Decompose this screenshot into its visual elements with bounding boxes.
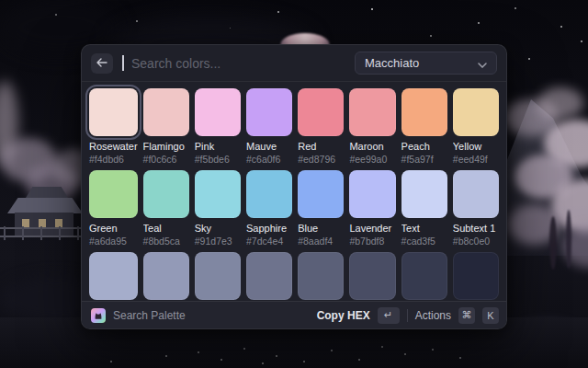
swatch-cell[interactable]: Sapphire #7dc4e4 bbox=[246, 170, 292, 247]
flavor-dropdown-value: Macchiato bbox=[365, 56, 419, 70]
color-name: Peach bbox=[401, 141, 447, 152]
color-name: Sky bbox=[195, 223, 241, 234]
color-swatch[interactable] bbox=[453, 170, 499, 218]
color-swatch[interactable] bbox=[246, 88, 292, 136]
color-swatch[interactable] bbox=[298, 88, 344, 136]
color-hex: #ed8796 bbox=[298, 154, 344, 165]
color-swatch[interactable] bbox=[143, 252, 189, 300]
color-swatch[interactable] bbox=[298, 252, 344, 300]
fence-post bbox=[77, 226, 79, 240]
swatch-cell[interactable]: Subtext 0 bbox=[89, 252, 138, 301]
star bbox=[581, 40, 582, 42]
color-swatch[interactable] bbox=[246, 170, 292, 218]
swatch-cell[interactable]: Sky #91d7e3 bbox=[195, 170, 241, 247]
color-swatch[interactable] bbox=[349, 170, 395, 218]
flower-fleck bbox=[276, 355, 277, 357]
color-swatch[interactable] bbox=[89, 170, 138, 218]
color-hex: #c6a0f6 bbox=[246, 154, 292, 165]
color-hex: #8bd5ca bbox=[143, 236, 189, 247]
color-swatch[interactable] bbox=[89, 88, 138, 136]
swatch-cell[interactable]: Base bbox=[453, 252, 499, 301]
swatch-cell[interactable]: Pink #f5bde6 bbox=[195, 88, 241, 165]
color-hex: #cad3f5 bbox=[401, 236, 447, 247]
search-input[interactable] bbox=[131, 56, 347, 71]
swatch-cell[interactable]: Maroon #ee99a0 bbox=[349, 88, 395, 165]
swatch-cell[interactable]: Yellow #eed49f bbox=[453, 88, 499, 165]
color-swatch[interactable] bbox=[246, 252, 292, 300]
swatch-cell[interactable]: Green #a6da95 bbox=[89, 170, 138, 247]
color-hex: #f0c6c6 bbox=[143, 154, 189, 165]
fence-post bbox=[59, 226, 61, 240]
star bbox=[371, 8, 373, 10]
color-swatch[interactable] bbox=[143, 88, 189, 136]
k-key-icon: K bbox=[482, 307, 499, 324]
color-swatch[interactable] bbox=[89, 252, 138, 300]
color-swatch[interactable] bbox=[401, 252, 447, 300]
swatch-cell[interactable]: Overlay 1 bbox=[195, 252, 241, 301]
color-swatch[interactable] bbox=[349, 252, 395, 300]
color-swatch[interactable] bbox=[195, 88, 241, 136]
swatch-cell[interactable]: Mauve #c6a0f6 bbox=[246, 88, 292, 165]
swatch-cell[interactable]: Overlay 2 bbox=[143, 252, 189, 301]
color-swatch[interactable] bbox=[195, 252, 241, 300]
star bbox=[230, 28, 231, 29]
swatch-cell[interactable]: Surface 0 bbox=[401, 252, 447, 301]
color-name: Yellow bbox=[453, 141, 499, 152]
color-name: Red bbox=[298, 141, 344, 152]
color-swatch[interactable] bbox=[349, 88, 395, 136]
fence-rail bbox=[0, 227, 88, 229]
swatch-cell[interactable]: Surface 1 bbox=[349, 252, 395, 301]
color-hex: #f5bde6 bbox=[195, 154, 241, 165]
color-name: Green bbox=[89, 223, 138, 234]
swatch-cell[interactable]: Flamingo #f0c6c6 bbox=[143, 88, 189, 165]
color-name: Mauve bbox=[246, 141, 292, 152]
color-name: Subtext 1 bbox=[453, 223, 499, 234]
text-cursor bbox=[122, 55, 124, 71]
swatch-cell[interactable]: Text #cad3f5 bbox=[401, 170, 447, 247]
palette-grid: Rosewater #f4dbd6 Flamingo #f0c6c6 Pink … bbox=[82, 82, 506, 301]
color-hex: #f5a97f bbox=[401, 154, 447, 165]
color-swatch[interactable] bbox=[401, 88, 447, 136]
color-hex: #ee99a0 bbox=[349, 154, 395, 165]
swatch-cell[interactable]: Lavender #b7bdf8 bbox=[349, 170, 395, 247]
color-palette-window: Macchiato Rosewater #f4dbd6 Flamingo #f0… bbox=[81, 44, 507, 329]
flavor-dropdown[interactable]: Macchiato bbox=[355, 52, 497, 75]
cmd-key-icon: ⌘ bbox=[458, 307, 475, 324]
color-swatch[interactable] bbox=[453, 88, 499, 136]
color-hex: #f4dbd6 bbox=[89, 154, 138, 165]
color-name: Teal bbox=[143, 223, 189, 234]
color-swatch[interactable] bbox=[298, 170, 344, 218]
scenery-blob bbox=[537, 87, 583, 119]
swatch-cell[interactable]: Peach #f5a97f bbox=[401, 88, 447, 165]
star bbox=[478, 22, 480, 24]
swatch-cell[interactable]: Red #ed8796 bbox=[298, 88, 344, 165]
flower-fleck bbox=[110, 361, 112, 362]
flower-fleck bbox=[331, 350, 333, 351]
flower-fleck bbox=[432, 349, 434, 351]
color-name: Pink bbox=[195, 141, 241, 152]
flower-fleck bbox=[198, 351, 199, 353]
color-name: Text bbox=[401, 223, 447, 234]
swatch-cell[interactable]: Overlay 0 bbox=[246, 252, 292, 301]
swatch-cell[interactable]: Teal #8bd5ca bbox=[143, 170, 189, 247]
flower-fleck bbox=[459, 357, 461, 359]
back-button[interactable] bbox=[91, 53, 113, 74]
swatch-cell[interactable]: Surface 2 bbox=[298, 252, 344, 301]
swatch-cell[interactable]: Rosewater #f4dbd6 bbox=[89, 88, 138, 165]
copy-hex-action[interactable]: Copy HEX bbox=[317, 309, 370, 322]
color-swatch[interactable] bbox=[453, 252, 499, 300]
fence-post bbox=[22, 226, 24, 240]
color-swatch[interactable] bbox=[143, 170, 189, 218]
flower-fleck bbox=[303, 361, 305, 362]
actions-menu-button[interactable]: Actions bbox=[415, 309, 451, 322]
color-name: Lavender bbox=[349, 223, 395, 234]
catppuccin-logo-icon bbox=[91, 308, 106, 323]
color-swatch[interactable] bbox=[401, 170, 447, 218]
swatch-cell[interactable]: Blue #8aadf4 bbox=[298, 170, 344, 247]
color-swatch[interactable] bbox=[195, 170, 241, 218]
scenery-blob bbox=[549, 216, 557, 270]
flower-fleck bbox=[262, 362, 264, 364]
flower-fleck bbox=[243, 348, 245, 350]
extension-name: Search Palette bbox=[113, 309, 186, 322]
swatch-cell[interactable]: Subtext 1 #b8c0e0 bbox=[453, 170, 499, 247]
